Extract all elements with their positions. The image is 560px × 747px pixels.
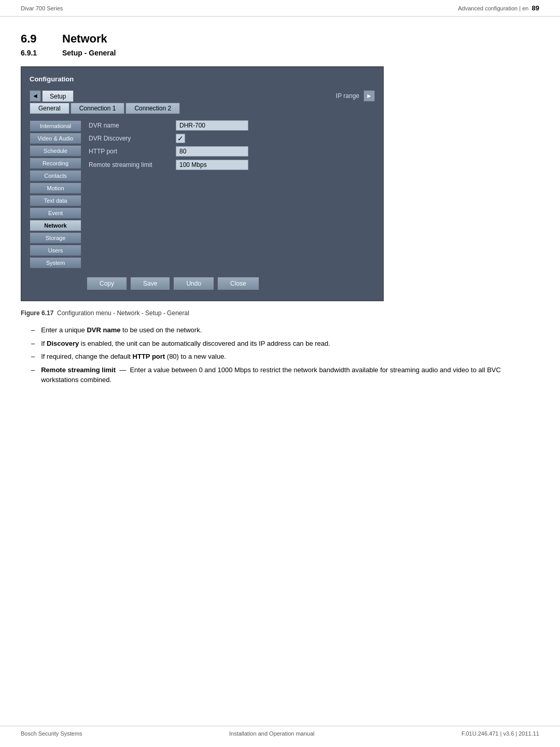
subsection-title: Setup - General <box>62 49 116 57</box>
section-number: 6.9 <box>21 32 62 46</box>
sidebar-item-users[interactable]: Users <box>30 245 81 256</box>
sidebar-item-international[interactable]: International <box>30 120 81 132</box>
field-row-0: DVR nameDHR-700 <box>89 120 375 131</box>
subsection-number: 6.9.1 <box>21 49 62 57</box>
tab-nav-row1: ◄ Setup IP range ► <box>30 90 375 102</box>
fields-area: DVR nameDHR-700DVR Discovery✓HTTP port80… <box>89 120 375 269</box>
footer-right: F.01U.246.471 | v3.6 | 2011.11 <box>461 730 539 737</box>
field-row-3: Remote streaming limit100 Mbps <box>89 160 375 170</box>
header-right: Advanced configuration | en 89 <box>458 4 539 12</box>
page-header: Divar 700 Series Advanced configuration … <box>0 0 560 17</box>
tab-nav-row2: General Connection 1 Connection 2 <box>30 103 375 114</box>
field-label-0: DVR name <box>89 122 172 129</box>
tab-connection2[interactable]: Connection 2 <box>125 103 180 114</box>
sidebar-menu: InternationalVideo & AudioScheduleRecord… <box>30 120 81 269</box>
sidebar-item-recording[interactable]: Recording <box>30 158 81 169</box>
copy-button[interactable]: Copy <box>87 277 127 290</box>
field-label-1: DVR Discovery <box>89 135 172 142</box>
list-item: Enter a unique DVR name to be used on th… <box>21 325 539 335</box>
footer-center: Installation and Operation manual <box>229 730 315 737</box>
sidebar-item-motion[interactable]: Motion <box>30 182 81 194</box>
config-content: InternationalVideo & AudioScheduleRecord… <box>30 120 375 269</box>
config-title: Configuration <box>30 75 375 83</box>
header-left: Divar 700 Series <box>21 5 63 11</box>
save-button[interactable]: Save <box>130 277 170 290</box>
field-row-1: DVR Discovery✓ <box>89 134 375 143</box>
tab-connection1[interactable]: Connection 1 <box>71 103 125 114</box>
field-value-0[interactable]: DHR-700 <box>176 120 248 131</box>
field-checkbox-1[interactable]: ✓ <box>176 134 185 143</box>
sidebar-item-network[interactable]: Network <box>30 220 81 231</box>
field-value-2[interactable]: 80 <box>176 146 248 157</box>
bullet-list: Enter a unique DVR name to be used on th… <box>21 325 539 385</box>
bottom-buttons: Copy Save Undo Close <box>30 277 375 290</box>
section-heading: 6.9 Network <box>21 32 539 46</box>
tab-setup[interactable]: Setup <box>42 90 74 102</box>
main-content: 6.9 Network 6.9.1 Setup - General Config… <box>0 17 560 405</box>
close-button[interactable]: Close <box>217 277 259 290</box>
figure-caption: Figure 6.17 Configuration menu - Network… <box>21 309 539 317</box>
field-value-3[interactable]: 100 Mbps <box>176 160 248 170</box>
tab-general[interactable]: General <box>30 103 69 114</box>
list-item: If Discovery is enabled, the unit can be… <box>21 339 539 349</box>
subsection-heading: 6.9.1 Setup - General <box>21 49 539 57</box>
sidebar-item-text-data[interactable]: Text data <box>30 195 81 206</box>
footer-left: Bosch Security Systems <box>21 730 82 737</box>
field-label-2: HTTP port <box>89 148 172 155</box>
list-item: Remote streaming limit — Enter a value b… <box>21 365 539 385</box>
tab-ip-range-label: IP range <box>336 92 359 100</box>
tab-left-arrow[interactable]: ◄ <box>30 90 41 102</box>
tab-right-arrow[interactable]: ► <box>363 90 375 102</box>
sidebar-item-video---audio[interactable]: Video & Audio <box>30 133 81 144</box>
undo-button[interactable]: Undo <box>173 277 214 290</box>
sidebar-item-system[interactable]: System <box>30 257 81 269</box>
section-title: Network <box>62 32 107 46</box>
field-row-2: HTTP port80 <box>89 146 375 157</box>
sidebar-item-event[interactable]: Event <box>30 207 81 219</box>
list-item: If required, change the default HTTP por… <box>21 351 539 362</box>
page-footer: Bosch Security Systems Installation and … <box>0 726 560 737</box>
sidebar-item-contacts[interactable]: Contacts <box>30 170 81 181</box>
field-label-3: Remote streaming limit <box>89 161 172 168</box>
sidebar-item-storage[interactable]: Storage <box>30 232 81 244</box>
sidebar-item-schedule[interactable]: Schedule <box>30 145 81 157</box>
config-box: Configuration ◄ Setup IP range ► General… <box>21 66 384 301</box>
